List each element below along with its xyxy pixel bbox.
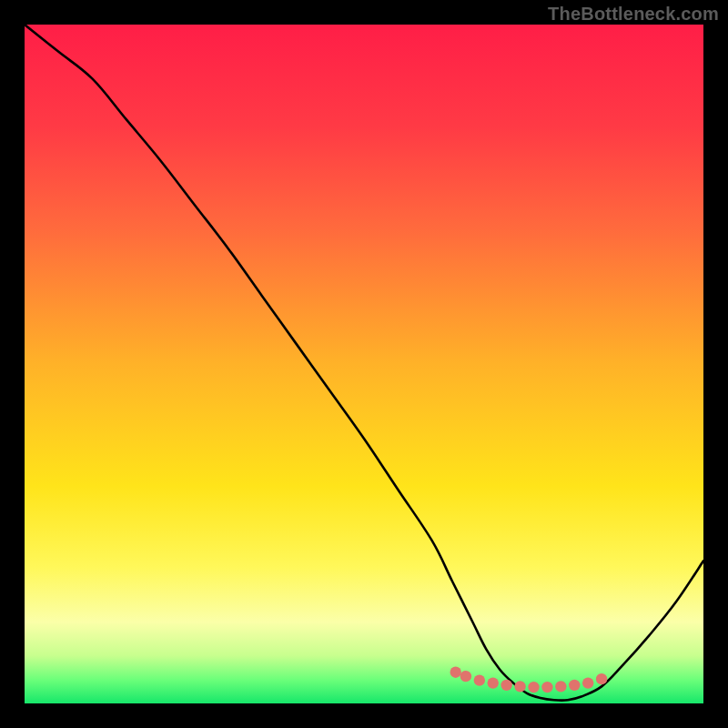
- gradient-background: [25, 25, 703, 703]
- highlight-dot: [474, 674, 485, 685]
- highlight-dot: [528, 682, 539, 693]
- highlight-dot: [488, 677, 499, 688]
- highlight-dot: [555, 681, 566, 692]
- highlight-dot: [582, 677, 593, 688]
- highlight-dot: [541, 682, 552, 693]
- highlight-dot: [450, 666, 461, 677]
- chart-stage: TheBottleneck.com: [0, 0, 728, 728]
- highlight-dot: [596, 673, 607, 684]
- bottleneck-chart: [0, 0, 728, 728]
- watermark-text: TheBottleneck.com: [548, 4, 719, 25]
- highlight-dot: [500, 680, 511, 691]
- highlight-dot: [460, 671, 471, 682]
- highlight-dot: [569, 680, 580, 691]
- highlight-dot: [514, 681, 525, 692]
